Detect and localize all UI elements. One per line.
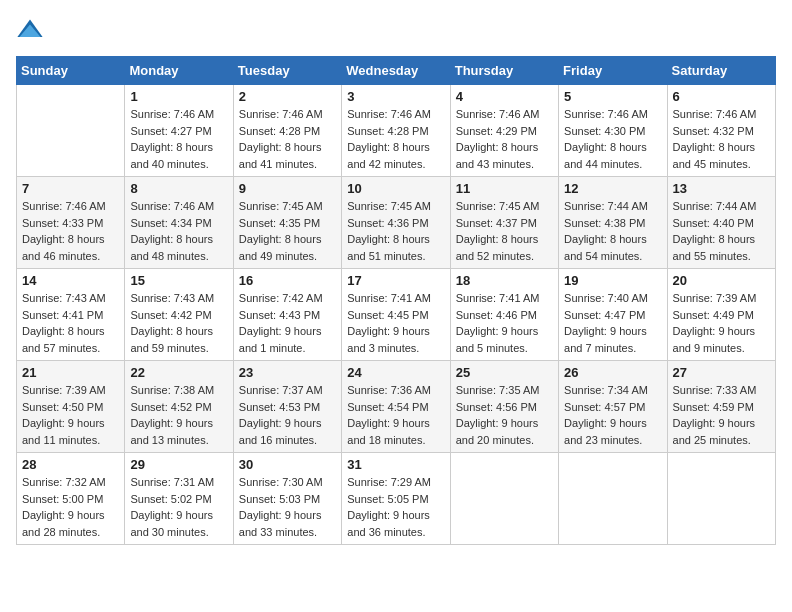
day-number: 5: [564, 89, 661, 104]
day-cell: [559, 453, 667, 545]
day-cell: [17, 85, 125, 177]
day-number: 18: [456, 273, 553, 288]
day-number: 22: [130, 365, 227, 380]
header-day-tuesday: Tuesday: [233, 57, 341, 85]
day-cell: 19Sunrise: 7:40 AMSunset: 4:47 PMDayligh…: [559, 269, 667, 361]
day-info: Sunrise: 7:45 AMSunset: 4:35 PMDaylight:…: [239, 198, 336, 264]
week-row-1: 1Sunrise: 7:46 AMSunset: 4:27 PMDaylight…: [17, 85, 776, 177]
day-number: 10: [347, 181, 444, 196]
day-info: Sunrise: 7:39 AMSunset: 4:50 PMDaylight:…: [22, 382, 119, 448]
header-day-sunday: Sunday: [17, 57, 125, 85]
day-info: Sunrise: 7:36 AMSunset: 4:54 PMDaylight:…: [347, 382, 444, 448]
day-number: 7: [22, 181, 119, 196]
day-number: 14: [22, 273, 119, 288]
day-info: Sunrise: 7:32 AMSunset: 5:00 PMDaylight:…: [22, 474, 119, 540]
day-number: 17: [347, 273, 444, 288]
day-cell: 8Sunrise: 7:46 AMSunset: 4:34 PMDaylight…: [125, 177, 233, 269]
day-number: 16: [239, 273, 336, 288]
day-number: 12: [564, 181, 661, 196]
day-number: 2: [239, 89, 336, 104]
day-cell: 13Sunrise: 7:44 AMSunset: 4:40 PMDayligh…: [667, 177, 775, 269]
day-info: Sunrise: 7:46 AMSunset: 4:30 PMDaylight:…: [564, 106, 661, 172]
week-row-5: 28Sunrise: 7:32 AMSunset: 5:00 PMDayligh…: [17, 453, 776, 545]
day-cell: 12Sunrise: 7:44 AMSunset: 4:38 PMDayligh…: [559, 177, 667, 269]
day-info: Sunrise: 7:43 AMSunset: 4:41 PMDaylight:…: [22, 290, 119, 356]
day-cell: 16Sunrise: 7:42 AMSunset: 4:43 PMDayligh…: [233, 269, 341, 361]
day-number: 13: [673, 181, 770, 196]
day-number: 9: [239, 181, 336, 196]
day-number: 6: [673, 89, 770, 104]
day-info: Sunrise: 7:44 AMSunset: 4:38 PMDaylight:…: [564, 198, 661, 264]
week-row-2: 7Sunrise: 7:46 AMSunset: 4:33 PMDaylight…: [17, 177, 776, 269]
day-cell: 25Sunrise: 7:35 AMSunset: 4:56 PMDayligh…: [450, 361, 558, 453]
day-cell: 17Sunrise: 7:41 AMSunset: 4:45 PMDayligh…: [342, 269, 450, 361]
day-info: Sunrise: 7:30 AMSunset: 5:03 PMDaylight:…: [239, 474, 336, 540]
day-cell: 2Sunrise: 7:46 AMSunset: 4:28 PMDaylight…: [233, 85, 341, 177]
day-cell: 10Sunrise: 7:45 AMSunset: 4:36 PMDayligh…: [342, 177, 450, 269]
day-cell: 4Sunrise: 7:46 AMSunset: 4:29 PMDaylight…: [450, 85, 558, 177]
day-number: 24: [347, 365, 444, 380]
day-number: 15: [130, 273, 227, 288]
day-cell: 15Sunrise: 7:43 AMSunset: 4:42 PMDayligh…: [125, 269, 233, 361]
day-cell: 1Sunrise: 7:46 AMSunset: 4:27 PMDaylight…: [125, 85, 233, 177]
day-number: 29: [130, 457, 227, 472]
day-number: 4: [456, 89, 553, 104]
day-info: Sunrise: 7:46 AMSunset: 4:34 PMDaylight:…: [130, 198, 227, 264]
week-row-3: 14Sunrise: 7:43 AMSunset: 4:41 PMDayligh…: [17, 269, 776, 361]
day-cell: 6Sunrise: 7:46 AMSunset: 4:32 PMDaylight…: [667, 85, 775, 177]
day-info: Sunrise: 7:40 AMSunset: 4:47 PMDaylight:…: [564, 290, 661, 356]
day-info: Sunrise: 7:39 AMSunset: 4:49 PMDaylight:…: [673, 290, 770, 356]
day-cell: 27Sunrise: 7:33 AMSunset: 4:59 PMDayligh…: [667, 361, 775, 453]
day-number: 11: [456, 181, 553, 196]
day-number: 8: [130, 181, 227, 196]
header-row: SundayMondayTuesdayWednesdayThursdayFrid…: [17, 57, 776, 85]
day-cell: 26Sunrise: 7:34 AMSunset: 4:57 PMDayligh…: [559, 361, 667, 453]
day-cell: 31Sunrise: 7:29 AMSunset: 5:05 PMDayligh…: [342, 453, 450, 545]
day-number: 25: [456, 365, 553, 380]
day-cell: 22Sunrise: 7:38 AMSunset: 4:52 PMDayligh…: [125, 361, 233, 453]
day-number: 31: [347, 457, 444, 472]
day-cell: 7Sunrise: 7:46 AMSunset: 4:33 PMDaylight…: [17, 177, 125, 269]
header-day-monday: Monday: [125, 57, 233, 85]
day-info: Sunrise: 7:34 AMSunset: 4:57 PMDaylight:…: [564, 382, 661, 448]
day-number: 30: [239, 457, 336, 472]
day-cell: 5Sunrise: 7:46 AMSunset: 4:30 PMDaylight…: [559, 85, 667, 177]
day-cell: 9Sunrise: 7:45 AMSunset: 4:35 PMDaylight…: [233, 177, 341, 269]
header-day-thursday: Thursday: [450, 57, 558, 85]
day-info: Sunrise: 7:33 AMSunset: 4:59 PMDaylight:…: [673, 382, 770, 448]
day-cell: 20Sunrise: 7:39 AMSunset: 4:49 PMDayligh…: [667, 269, 775, 361]
header-day-wednesday: Wednesday: [342, 57, 450, 85]
day-number: 20: [673, 273, 770, 288]
day-cell: 23Sunrise: 7:37 AMSunset: 4:53 PMDayligh…: [233, 361, 341, 453]
day-cell: 24Sunrise: 7:36 AMSunset: 4:54 PMDayligh…: [342, 361, 450, 453]
logo-icon: [16, 16, 44, 44]
day-cell: 30Sunrise: 7:30 AMSunset: 5:03 PMDayligh…: [233, 453, 341, 545]
day-info: Sunrise: 7:45 AMSunset: 4:37 PMDaylight:…: [456, 198, 553, 264]
day-info: Sunrise: 7:46 AMSunset: 4:33 PMDaylight:…: [22, 198, 119, 264]
day-cell: [450, 453, 558, 545]
page-header: [16, 16, 776, 44]
day-info: Sunrise: 7:41 AMSunset: 4:46 PMDaylight:…: [456, 290, 553, 356]
day-info: Sunrise: 7:38 AMSunset: 4:52 PMDaylight:…: [130, 382, 227, 448]
day-number: 21: [22, 365, 119, 380]
day-number: 23: [239, 365, 336, 380]
day-cell: 3Sunrise: 7:46 AMSunset: 4:28 PMDaylight…: [342, 85, 450, 177]
day-cell: 28Sunrise: 7:32 AMSunset: 5:00 PMDayligh…: [17, 453, 125, 545]
day-number: 27: [673, 365, 770, 380]
calendar-table: SundayMondayTuesdayWednesdayThursdayFrid…: [16, 56, 776, 545]
day-cell: 11Sunrise: 7:45 AMSunset: 4:37 PMDayligh…: [450, 177, 558, 269]
day-cell: 18Sunrise: 7:41 AMSunset: 4:46 PMDayligh…: [450, 269, 558, 361]
day-info: Sunrise: 7:44 AMSunset: 4:40 PMDaylight:…: [673, 198, 770, 264]
day-cell: [667, 453, 775, 545]
day-info: Sunrise: 7:42 AMSunset: 4:43 PMDaylight:…: [239, 290, 336, 356]
day-number: 28: [22, 457, 119, 472]
day-info: Sunrise: 7:46 AMSunset: 4:28 PMDaylight:…: [347, 106, 444, 172]
day-number: 1: [130, 89, 227, 104]
day-info: Sunrise: 7:31 AMSunset: 5:02 PMDaylight:…: [130, 474, 227, 540]
day-cell: 21Sunrise: 7:39 AMSunset: 4:50 PMDayligh…: [17, 361, 125, 453]
day-info: Sunrise: 7:45 AMSunset: 4:36 PMDaylight:…: [347, 198, 444, 264]
day-number: 26: [564, 365, 661, 380]
day-number: 19: [564, 273, 661, 288]
header-day-friday: Friday: [559, 57, 667, 85]
logo: [16, 16, 48, 44]
